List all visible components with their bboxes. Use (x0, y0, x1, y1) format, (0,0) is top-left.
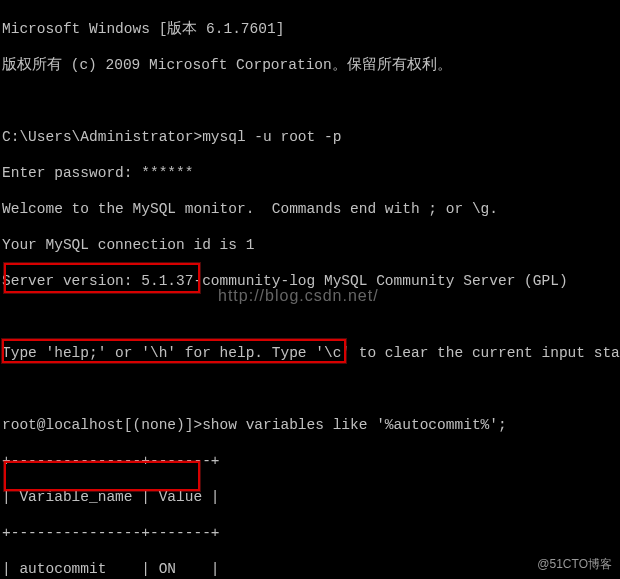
server-version-line: Server version: 5.1.37-community-log MyS… (2, 272, 618, 290)
os-banner-line2: 版权所有 (c) 2009 Microsoft Corporation。保留所有… (2, 56, 618, 74)
query1-prompt: root@localhost[(none)]>show variables li… (2, 416, 618, 434)
password-line: Enter password: ****** (2, 164, 618, 182)
table-border: +---------------+-------+ (2, 524, 618, 542)
help-line: Type 'help;' or '\h' for help. Type '\c'… (2, 344, 618, 362)
blank (2, 308, 618, 326)
conn-id-line: Your MySQL connection id is 1 (2, 236, 618, 254)
table-border: +---------------+-------+ (2, 452, 618, 470)
mysql-invoke: C:\Users\Administrator>mysql -u root -p (2, 128, 618, 146)
blank (2, 92, 618, 110)
welcome-line: Welcome to the MySQL monitor. Commands e… (2, 200, 618, 218)
terminal-window[interactable]: Microsoft Windows [版本 6.1.7601] 版权所有 (c)… (0, 0, 620, 579)
table-row: | autocommit | ON | (2, 560, 618, 578)
blank (2, 380, 618, 398)
os-banner-line1: Microsoft Windows [版本 6.1.7601] (2, 20, 618, 38)
table-header: | Variable_name | Value | (2, 488, 618, 506)
